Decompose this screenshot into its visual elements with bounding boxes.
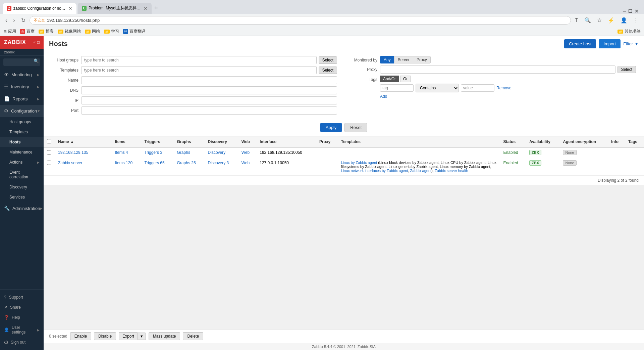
row1-checkbox[interactable]	[47, 150, 51, 155]
browser-tab-active[interactable]: Z zabbix: Configuration of hosts ✕	[3, 3, 76, 14]
select-all-checkbox[interactable]	[47, 139, 51, 143]
tag-name-input[interactable]	[380, 84, 414, 92]
row2-encryption-cell: None	[559, 158, 608, 175]
browser-close[interactable]: ✕	[635, 8, 639, 14]
sidebar-item-maintenance[interactable]: Maintenance	[0, 147, 44, 157]
row2-template-link-1[interactable]: Linux by Zabbix agent	[341, 161, 377, 165]
tag-add-btn[interactable]: Add	[380, 94, 387, 99]
sidebar-item-templates[interactable]: Templates	[0, 127, 44, 137]
bookmark-blog[interactable]: 📁 博客	[39, 29, 54, 34]
proxy-select-btn[interactable]: Select	[618, 66, 636, 73]
row2-triggers-link[interactable]: Triggers 65	[144, 161, 164, 165]
sidebar-item-configuration[interactable]: ⚙ Configuration ▼	[0, 105, 44, 117]
sidebar-help[interactable]: ❓ Help	[0, 312, 44, 322]
nav-refresh[interactable]: ↻	[19, 16, 28, 25]
filter-actions: Apply Reset	[49, 120, 639, 132]
tab-close-btn[interactable]: ✕	[68, 6, 72, 11]
tags-or-btn[interactable]: Or	[400, 76, 411, 82]
export-btn[interactable]: Export	[119, 332, 138, 340]
row2-checkbox[interactable]	[47, 161, 51, 165]
search-btn[interactable]: 🔍	[582, 16, 593, 25]
nav-forward[interactable]: ›	[11, 16, 17, 25]
th-name[interactable]: Name ▲	[55, 136, 111, 147]
row2-name-link[interactable]: Zabbix server	[58, 161, 83, 165]
nav-back[interactable]: ‹	[3, 16, 9, 25]
row2-template-link-2[interactable]: Linux network interfaces by Zabbix agent	[341, 169, 408, 173]
monitored-server-btn[interactable]: Server	[394, 56, 413, 63]
enable-btn[interactable]: Enable	[70, 332, 91, 340]
row1-items-link[interactable]: Items 4	[115, 150, 128, 155]
browser-tab-inactive[interactable]: C Problem: Mysql主从状态异常 c... ✕	[78, 3, 152, 14]
row2-template-link-4[interactable]: Zabbix server health	[435, 169, 468, 173]
sidebar-item-services[interactable]: Services	[0, 192, 44, 202]
delete-btn[interactable]: Delete	[183, 332, 203, 340]
dns-input[interactable]	[81, 86, 337, 94]
translate-btn[interactable]: T	[573, 16, 580, 25]
row2-web-link[interactable]: Web	[241, 161, 250, 165]
tag-condition-select[interactable]: Contains Equals Does not contain	[416, 84, 459, 92]
row2-items-link[interactable]: Items 120	[115, 161, 132, 165]
templates-input[interactable]	[81, 66, 317, 74]
sidebar-item-administration[interactable]: 🔧 Administration ▶	[0, 202, 44, 214]
row1-web-link[interactable]: Web	[241, 150, 250, 155]
monitored-proxy-btn[interactable]: Proxy	[413, 56, 431, 63]
row1-discovery-link[interactable]: Discovery	[208, 150, 226, 155]
host-groups-select-btn[interactable]: Select	[319, 56, 337, 64]
menu-btn[interactable]: ⋮	[631, 16, 641, 25]
ip-input[interactable]	[81, 96, 337, 104]
new-tab-btn[interactable]: +	[152, 3, 161, 13]
name-input[interactable]	[81, 76, 337, 84]
proxy-input[interactable]	[380, 65, 615, 74]
sidebar-collapse-btn[interactable]: «	[34, 40, 36, 45]
tag-value-input[interactable]	[461, 84, 494, 92]
bookmark-others[interactable]: 📁 其他书签	[618, 29, 641, 34]
apply-btn[interactable]: Apply	[320, 123, 342, 132]
sidebar-item-reports[interactable]: 📄 Reports ▶	[0, 93, 44, 105]
bookmark-apps[interactable]: ⊞ 应用	[3, 29, 16, 34]
profile-btn[interactable]: 👤	[619, 16, 629, 25]
filter-toggle[interactable]: Filter ▼	[623, 39, 639, 48]
sidebar-share[interactable]: ↗ Share	[0, 302, 44, 312]
bookmark-translate[interactable]: 译 百度翻译	[123, 29, 146, 34]
sidebar-item-host-groups[interactable]: Host groups	[0, 117, 44, 127]
sidebar-item-actions[interactable]: Actions ▶	[0, 157, 44, 167]
bookmark-btn[interactable]: ☆	[595, 16, 604, 25]
sidebar-support[interactable]: ? Support	[0, 292, 44, 302]
mass-update-btn[interactable]: Mass update	[149, 332, 180, 340]
browser-minimize[interactable]: ─	[623, 8, 626, 14]
tag-remove-btn[interactable]: Remove	[496, 86, 512, 90]
sidebar-item-hosts[interactable]: Hosts	[0, 137, 44, 147]
row1-triggers-link[interactable]: Triggers 3	[144, 150, 162, 155]
bookmark-website[interactable]: 📁 网站	[85, 29, 100, 34]
host-groups-input[interactable]	[81, 56, 317, 64]
sidebar-item-event-correlation[interactable]: Event correlation	[0, 167, 44, 182]
sidebar-sign-out[interactable]: ⏻ Sign out	[0, 337, 44, 347]
create-host-btn[interactable]: Create host	[564, 39, 596, 48]
port-input[interactable]	[81, 106, 337, 115]
extensions-btn[interactable]: ⚡	[606, 16, 616, 25]
row2-discovery-link[interactable]: Discovery 3	[208, 161, 229, 165]
row1-name-link[interactable]: 192.168.129.135	[58, 150, 88, 155]
bookmark-baidu[interactable]: 百 百度	[20, 29, 35, 34]
sidebar-user-settings[interactable]: 👤 User settings ▶	[0, 322, 44, 337]
browser-maximize[interactable]: ☐	[628, 8, 633, 14]
templates-select-btn[interactable]: Select	[319, 67, 337, 74]
sidebar-item-inventory[interactable]: ☰ Inventory ▶	[0, 81, 44, 93]
disable-btn[interactable]: Disable	[94, 332, 116, 340]
sidebar-item-discovery[interactable]: Discovery	[0, 182, 44, 192]
export-dropdown-btn[interactable]: ▼	[138, 333, 146, 340]
address-bar[interactable]: 不安全 192.168.129.250/hosts.php	[30, 16, 571, 25]
monitored-any-btn[interactable]: Any	[380, 56, 394, 63]
tags-andor-btn[interactable]: And/Or	[380, 76, 399, 82]
row1-graphs-link[interactable]: Graphs	[177, 150, 190, 155]
reset-btn[interactable]: Reset	[344, 123, 367, 132]
import-btn[interactable]: Import	[599, 39, 621, 48]
row2-graphs-link[interactable]: Graphs 25	[177, 161, 196, 165]
tab-close-btn-2[interactable]: ✕	[144, 6, 148, 11]
bookmark-mirror[interactable]: 📁 镜像网站	[58, 29, 81, 34]
row2-template-link-3[interactable]: Zabbix agent	[410, 169, 432, 173]
bookmark-study[interactable]: 📁 学习	[104, 29, 119, 34]
table-row: 192.168.129.135 Items 4 Triggers 3 Graph…	[44, 147, 644, 158]
sidebar-toggle-btn[interactable]: □	[37, 40, 40, 45]
sidebar-item-monitoring[interactable]: 👁 Monitoring ▶	[0, 69, 44, 81]
